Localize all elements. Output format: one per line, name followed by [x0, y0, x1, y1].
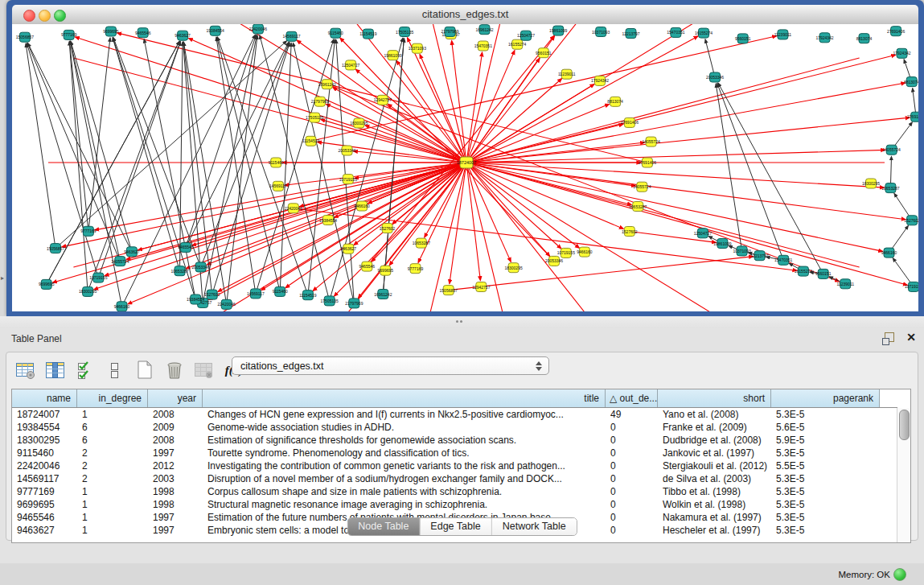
- table-cell[interactable]: 1998: [148, 485, 203, 498]
- table-cell[interactable]: 2008: [148, 408, 203, 421]
- table-cell[interactable]: Tibbo et al. (1998): [658, 485, 771, 498]
- table-row[interactable]: 1938455462009Genome-wide association stu…: [12, 421, 897, 434]
- graph-edge[interactable]: [716, 84, 741, 251]
- table-cell[interactable]: 5.3E-5: [771, 498, 880, 511]
- table-cell[interactable]: 9465546: [12, 511, 77, 524]
- table-cell[interactable]: 0: [606, 511, 658, 524]
- table-cell[interactable]: 2: [77, 472, 148, 485]
- table-cell[interactable]: 0: [606, 434, 658, 447]
- table-cell[interactable]: Franke et al. (2009): [658, 421, 771, 434]
- table-selector-dropdown[interactable]: citations_edges.txt: [232, 356, 549, 375]
- table-cell[interactable]: Jankovic et al. (1997): [658, 447, 771, 459]
- table-cell[interactable]: Estimation of significance thresholds fo…: [203, 434, 606, 447]
- table-row[interactable]: 911546021997Tourette syndrome. Phenomeno…: [12, 447, 897, 459]
- graph-edge[interactable]: [466, 163, 883, 251]
- table-cell[interactable]: 2009: [148, 421, 203, 434]
- vertical-scrollbar-thumb[interactable]: [899, 410, 910, 440]
- table-cell[interactable]: Disruption of a novel member of a sodium…: [203, 472, 606, 485]
- table-cell[interactable]: 2012: [148, 459, 203, 472]
- table-cell[interactable]: Dudbridge et al. (2008): [658, 434, 771, 447]
- graph-edge[interactable]: [383, 39, 404, 295]
- table-cell[interactable]: Tourette syndrome. Phenomenology and cla…: [203, 447, 606, 459]
- table-cell[interactable]: 9115460: [12, 447, 77, 459]
- divider-resize-handle[interactable]: [456, 320, 466, 324]
- table-cell[interactable]: Corpus callosum shape and size in male p…: [203, 485, 606, 498]
- table-cell[interactable]: Structural magnetic resonance image aver…: [203, 498, 606, 511]
- collapse-panel-arrow-icon[interactable]: ▸: [1, 274, 4, 282]
- table-cell[interactable]: 0: [606, 459, 658, 472]
- table-cell[interactable]: 0: [606, 524, 658, 537]
- graph-edge[interactable]: [28, 43, 132, 251]
- network-window-titlebar[interactable]: citations_edges.txt: [12, 5, 918, 25]
- table-row[interactable]: 2242004622012Investigating the contribut…: [12, 459, 897, 472]
- table-cell[interactable]: 18300295: [12, 434, 77, 447]
- graph-edge[interactable]: [717, 84, 783, 261]
- table-cell[interactable]: 1: [77, 498, 148, 511]
- tab-node-table[interactable]: Node Table: [347, 518, 419, 535]
- table-cell[interactable]: Yano et al. (2008): [658, 408, 771, 421]
- table-cell[interactable]: 1997: [148, 524, 203, 537]
- memory-status-icon[interactable]: [893, 568, 906, 581]
- table-cell[interactable]: 5.3E-5: [771, 485, 880, 498]
- graph-edge[interactable]: [212, 43, 290, 295]
- table-row[interactable]: 1872400712008Changes of HCN gene express…: [12, 408, 897, 421]
- network-canvas[interactable]: 1872400727691406140557241065328715276029…: [12, 24, 918, 311]
- table-cell[interactable]: Investigating the contribution of common…: [203, 459, 606, 472]
- table-cell[interactable]: 1997: [148, 511, 203, 524]
- column-header-out_de[interactable]: △ out_de...: [606, 389, 658, 407]
- table-cell[interactable]: 49: [606, 408, 658, 421]
- table-cell[interactable]: 1: [77, 524, 148, 537]
- table-cell[interactable]: de Silva et al. (2003): [658, 472, 771, 485]
- table-cell[interactable]: 5.3E-5: [771, 524, 880, 537]
- table-cell[interactable]: 1: [77, 511, 148, 524]
- close-panel-icon[interactable]: ✕: [906, 331, 916, 344]
- graph-edge[interactable]: [705, 39, 715, 77]
- graph-edge[interactable]: [201, 43, 290, 267]
- table-cell[interactable]: Genome-wide association studies in ADHD.: [203, 421, 606, 434]
- table-cell[interactable]: 6: [77, 421, 148, 434]
- graph-edge[interactable]: [466, 163, 906, 220]
- row-height-button[interactable]: [102, 358, 128, 382]
- graph-edge[interactable]: [466, 163, 907, 285]
- table-cell[interactable]: 9699695: [12, 498, 77, 511]
- delete-column-button[interactable]: [162, 358, 187, 382]
- table-cell[interactable]: 5.3E-5: [771, 472, 880, 485]
- table-cell[interactable]: 14569117: [12, 472, 77, 485]
- graph-edge[interactable]: [180, 42, 183, 271]
- column-header-in_degree[interactable]: in_degree: [77, 389, 148, 407]
- table-cell[interactable]: 5.5E-5: [771, 459, 880, 472]
- table-cell[interactable]: 0: [606, 472, 658, 485]
- table-cell[interactable]: 1: [77, 408, 148, 421]
- column-header-pagerank[interactable]: pagerank: [771, 389, 880, 407]
- table-cell[interactable]: 2003: [148, 472, 203, 485]
- select-rows-button[interactable]: [72, 358, 98, 382]
- table-cell[interactable]: 0: [606, 498, 658, 511]
- table-cell[interactable]: Hescheler et al. (1997): [658, 524, 771, 537]
- table-cell[interactable]: 9463627: [12, 524, 77, 537]
- table-cell[interactable]: Wolkin et al. (1998): [658, 498, 771, 511]
- table-cell[interactable]: 1998: [148, 498, 203, 511]
- graph-edge[interactable]: [466, 163, 511, 262]
- tab-edge-table[interactable]: Edge Table: [419, 518, 491, 535]
- graph-edge[interactable]: [466, 163, 884, 187]
- table-cell[interactable]: 0: [606, 485, 658, 498]
- table-cell[interactable]: 2008: [148, 434, 203, 447]
- tab-network-table[interactable]: Network Table: [491, 518, 577, 535]
- table-cell[interactable]: 22420046: [12, 459, 77, 472]
- graph-edge[interactable]: [260, 35, 330, 301]
- graph-edge[interactable]: [27, 43, 98, 278]
- graph-edge[interactable]: [449, 257, 754, 290]
- graph-edge[interactable]: [466, 36, 698, 163]
- graph-edge[interactable]: [466, 163, 480, 281]
- graph-edge[interactable]: [466, 163, 550, 257]
- table-mode-button[interactable]: [13, 358, 39, 382]
- table-cell[interactable]: 5.9E-5: [771, 434, 880, 447]
- table-row[interactable]: 977716911998Corpus callosum shape and si…: [12, 485, 897, 498]
- graph-edge[interactable]: [466, 163, 860, 267]
- vertical-scrollbar-track[interactable]: [897, 408, 910, 542]
- table-cell[interactable]: 0: [606, 447, 658, 459]
- table-cell[interactable]: 1997: [148, 447, 203, 459]
- table-cell[interactable]: 5.6E-5: [771, 421, 880, 434]
- graph-edge[interactable]: [70, 41, 121, 307]
- table-cell[interactable]: 5.3E-5: [771, 447, 880, 459]
